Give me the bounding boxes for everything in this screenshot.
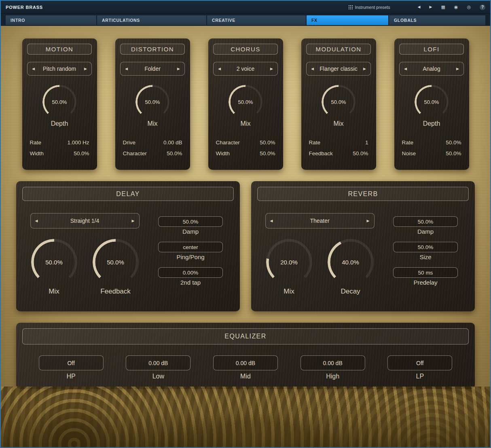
param-name: Noise: [402, 150, 416, 156]
eq-hp-field[interactable]: Off: [39, 355, 104, 370]
left-arrow-icon[interactable]: ◀: [404, 67, 407, 71]
field-label: Low: [152, 373, 164, 380]
param-value[interactable]: 50.0%: [260, 139, 275, 146]
param-value[interactable]: 0.00 dB: [163, 139, 182, 146]
delay-damp-field[interactable]: 50.0%: [158, 216, 223, 227]
right-arrow-icon[interactable]: ▶: [177, 67, 180, 71]
left-arrow-icon[interactable]: ◀: [32, 67, 35, 71]
eq-lp-field[interactable]: Off: [387, 355, 452, 370]
delay-2ndtap-field[interactable]: 0.00%: [158, 267, 223, 278]
tab-fx[interactable]: FX: [307, 15, 388, 25]
chorus-mode-value: 2 voice: [237, 66, 254, 72]
knob-value: 50.0%: [322, 85, 356, 119]
eq-high-field[interactable]: 0.00 dB: [301, 355, 365, 370]
reverb-predelay-field[interactable]: 50 ms: [393, 267, 458, 278]
tab-articulations[interactable]: ARTICULATIONS: [97, 15, 206, 25]
param-name: Rate: [309, 139, 321, 146]
eq-lp-band: Off LP: [387, 355, 452, 380]
chorus-mix-knob[interactable]: 50.0%: [229, 85, 262, 119]
reverb-decay-knob[interactable]: 40.0%: [328, 239, 374, 285]
modulation-mix-knob[interactable]: 50.0%: [322, 85, 356, 119]
param-name: Drive: [123, 139, 136, 146]
eye-icon[interactable]: ◎: [467, 5, 471, 9]
field-label: Predelay: [393, 279, 458, 286]
knob-label: Mix: [148, 120, 158, 127]
modulation-params: Rate 1 Feedback 50.0%: [301, 137, 376, 159]
left-arrow-icon[interactable]: ◀: [218, 67, 221, 71]
delay-damp-group: 50.0% Damp: [158, 216, 223, 235]
reverb-damp-group: 50.0% Damp: [393, 216, 458, 235]
tab-bar: INTRO ARTICULATIONS CREATIVE FX GLOBALS: [1, 14, 490, 26]
reverb-size-group: 50.0% Size: [393, 242, 458, 260]
field-label: 2nd tap: [158, 279, 223, 286]
param-value[interactable]: 1: [365, 139, 368, 146]
param-value[interactable]: 50.0%: [446, 139, 461, 146]
delay-mix-knob[interactable]: 50.0%: [31, 239, 77, 285]
right-arrow-icon[interactable]: ▶: [367, 219, 370, 223]
delay-panel: DELAY ◀ Straight 1/4 ▶ 50.0%: [16, 181, 240, 311]
right-arrow-icon[interactable]: ▶: [456, 67, 459, 71]
param-value[interactable]: 50.0%: [260, 150, 275, 156]
right-arrow-icon[interactable]: ▶: [270, 67, 273, 71]
left-arrow-icon[interactable]: ◀: [311, 67, 314, 71]
next-preset-icon[interactable]: ▶: [429, 5, 432, 9]
reverb-type-selector[interactable]: ◀ Theater ▶: [265, 213, 375, 228]
instrument-presets-button[interactable]: Instrument presets: [348, 5, 390, 10]
param-value[interactable]: 50.0%: [353, 150, 368, 156]
right-arrow-icon[interactable]: ▶: [363, 67, 366, 71]
lofi-depth-knob[interactable]: 50.0%: [415, 85, 449, 119]
field-label: HP: [67, 373, 76, 380]
motion-depth-knob[interactable]: 50.0%: [42, 85, 76, 119]
chorus-mode-selector[interactable]: ◀ 2 voice ▶: [213, 62, 278, 76]
left-arrow-icon[interactable]: ◀: [270, 219, 273, 223]
left-arrow-icon[interactable]: ◀: [125, 67, 128, 71]
dot-circle-icon[interactable]: ◉: [454, 5, 458, 9]
knob-value: 50.0%: [42, 85, 76, 119]
equalizer-panel-title: EQUALIZER: [22, 328, 469, 344]
chorus-panel: CHORUS ◀ 2 voice ▶ 50.0% Mix Character 5…: [208, 38, 283, 170]
lofi-panel: LOFI ◀ Analog ▶ 50.0% Depth Rate 50.0%: [394, 38, 469, 170]
presets-label: Instrument presets: [355, 5, 390, 10]
delay-pingpong-field[interactable]: center: [158, 242, 223, 252]
delay-time-value: Straight 1/4: [70, 218, 99, 224]
reverb-controls: ◀ Theater ▶ 20.0% Mix: [251, 213, 388, 296]
prev-preset-icon[interactable]: ◀: [418, 5, 421, 9]
distortion-mode-selector[interactable]: ◀ Folder ▶: [120, 62, 185, 76]
modulation-mode-selector[interactable]: ◀ Flanger classic ▶: [306, 62, 371, 76]
tab-intro[interactable]: INTRO: [6, 15, 96, 25]
motion-panel: MOTION ◀ Pitch random ▶ 50.0% Depth Rate…: [22, 38, 97, 170]
modulation-mode-value: Flanger classic: [320, 66, 357, 72]
param-value[interactable]: 1.000 Hz: [67, 139, 89, 146]
titlebar-controls: Instrument presets ◀ ▶ ▦ ◉ ◎ ?: [348, 4, 485, 10]
reverb-panel-title: REVERB: [257, 187, 469, 201]
knob-value: 50.0%: [229, 85, 262, 119]
param-value[interactable]: 50.0%: [167, 150, 182, 156]
reverb-size-field[interactable]: 50.0%: [393, 242, 458, 252]
knob-label: Feedback: [100, 287, 131, 296]
delay-time-selector[interactable]: ◀ Straight 1/4 ▶: [30, 213, 140, 228]
eq-low-field[interactable]: 0.00 dB: [126, 355, 190, 370]
distortion-mix-knob[interactable]: 50.0%: [135, 85, 169, 119]
tab-creative[interactable]: CREATIVE: [207, 15, 306, 25]
distortion-mode-value: Folder: [144, 66, 161, 72]
delay-feedback-knob[interactable]: 50.0%: [93, 239, 139, 285]
knob-value: 20.0%: [266, 239, 312, 285]
help-icon[interactable]: ?: [480, 4, 485, 10]
param-value[interactable]: 50.0%: [74, 150, 89, 156]
right-arrow-icon[interactable]: ▶: [84, 67, 87, 71]
grid-icon[interactable]: ▦: [441, 5, 445, 9]
eq-mid-field[interactable]: 0.00 dB: [213, 355, 278, 370]
left-arrow-icon[interactable]: ◀: [35, 219, 38, 223]
param-row: Rate 1: [309, 137, 368, 148]
lofi-mode-selector[interactable]: ◀ Analog ▶: [399, 62, 464, 76]
reverb-damp-field[interactable]: 50.0%: [393, 216, 458, 227]
field-label: Size: [393, 254, 458, 260]
tab-globals[interactable]: GLOBALS: [389, 15, 485, 25]
motion-mode-selector[interactable]: ◀ Pitch random ▶: [27, 62, 92, 76]
brass-ornament-artwork: [1, 387, 490, 447]
reverb-mix-knob[interactable]: 20.0%: [266, 239, 312, 285]
right-arrow-icon[interactable]: ▶: [132, 219, 135, 223]
delay-reverb-row: DELAY ◀ Straight 1/4 ▶ 50.0%: [1, 170, 490, 311]
param-value[interactable]: 50.0%: [446, 150, 461, 156]
fx-page: MOTION ◀ Pitch random ▶ 50.0% Depth Rate…: [1, 26, 490, 447]
